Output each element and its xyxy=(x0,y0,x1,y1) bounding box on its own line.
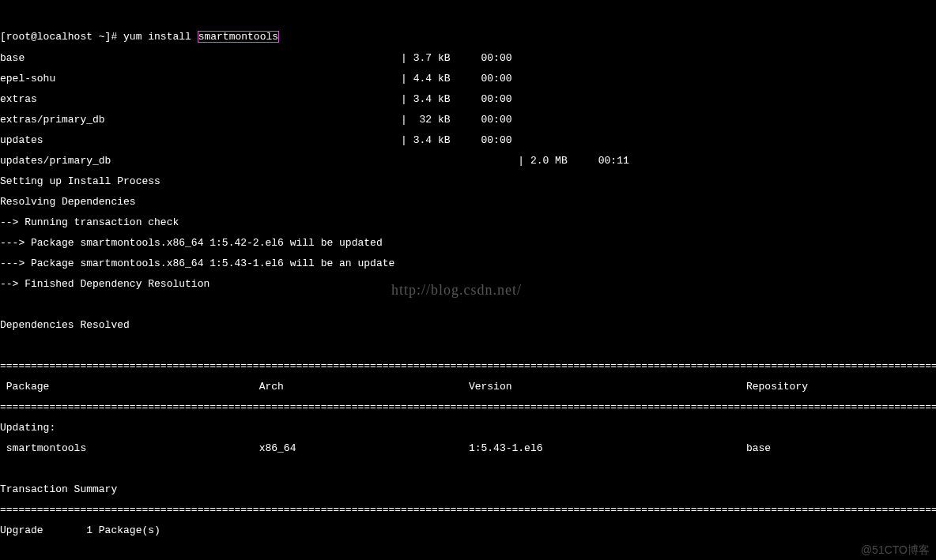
package-row: smartmontools x86_64 1:5.43-1.el6 base 4… xyxy=(0,443,936,453)
separator: ========================================… xyxy=(0,361,936,371)
dep-resolved-line: Dependencies Resolved xyxy=(0,320,936,330)
resolving-line: Resolving Dependencies xyxy=(0,197,936,207)
updating-label: Updating: xyxy=(0,423,936,433)
trans-summary-line: Transaction Summary xyxy=(0,484,936,494)
repo-line: updates | 3.4 kB 00:00 xyxy=(0,135,936,145)
footer-watermark: @51CTO博客 xyxy=(861,544,930,555)
repo-line: extras | 3.4 kB 00:00 xyxy=(0,94,936,104)
separator: ========================================… xyxy=(0,505,936,515)
cmd-install: yum install xyxy=(123,31,198,43)
repo-line: updates/primary_db | 2.0 MB 00:11 xyxy=(0,156,936,166)
separator: ========================================… xyxy=(0,402,936,412)
header-row: Package Arch Version Repository Size xyxy=(0,381,936,392)
trans-check-line: --> Running transaction check xyxy=(0,217,936,227)
repo-line: base | 3.7 kB 00:00 xyxy=(0,53,936,63)
setup-line: Setting up Install Process xyxy=(0,176,936,186)
dep-fin-line: --> Finished Dependency Resolution xyxy=(0,279,936,289)
pkg-update-line: ---> Package smartmontools.x86_64 1:5.43… xyxy=(0,258,936,269)
pkg-upd-line: ---> Package smartmontools.x86_64 1:5.42… xyxy=(0,238,936,248)
repo-line: epel-sohu | 4.4 kB 00:00 xyxy=(0,73,936,84)
upgrade-line: Upgrade 1 Package(s) xyxy=(0,525,936,536)
highlight-package: smartmontools xyxy=(198,31,279,43)
prompt: [root@localhost ~]# xyxy=(0,31,123,43)
repo-line: extras/primary_db | 32 kB 00:00 xyxy=(0,115,936,125)
terminal-output: { "prompt": "[root@localhost ~]# ", "cmd… xyxy=(0,0,936,560)
